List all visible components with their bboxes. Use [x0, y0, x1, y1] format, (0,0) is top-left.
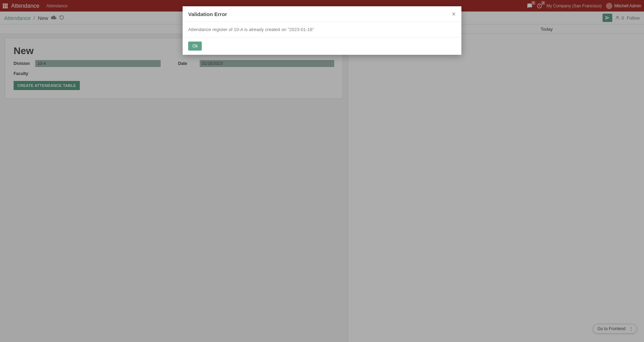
modal-overlay: Validation Error × Attendance register o…	[0, 0, 644, 342]
validation-error-modal: Validation Error × Attendance register o…	[183, 6, 461, 55]
modal-body: Attendance register of 10-A is already c…	[183, 22, 461, 37]
close-icon[interactable]: ×	[452, 10, 456, 17]
modal-title: Validation Error	[188, 11, 227, 17]
ok-button[interactable]: Ok	[188, 42, 202, 51]
